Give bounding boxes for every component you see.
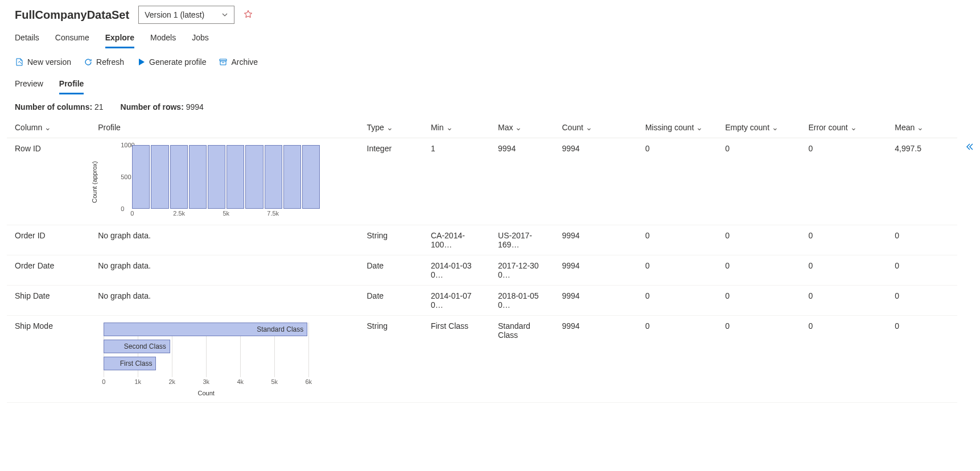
- tab-models[interactable]: Models: [150, 33, 176, 48]
- cell-type: Date: [359, 255, 423, 286]
- table-row: Row IDCount (approx)0500100002.5k5k7.5kI…: [7, 138, 957, 225]
- cell-count: 9994: [554, 225, 637, 255]
- chart-bar-row: Standard Class: [104, 323, 308, 336]
- cell-profile: Count (approx)0500100002.5k5k7.5k: [90, 138, 359, 225]
- th-max[interactable]: Max⌄: [490, 117, 554, 138]
- cell-max: 9994: [490, 138, 554, 225]
- table-row: Ship ModeStandard ClassSecond ClassFirst…: [7, 316, 957, 403]
- histogram-chart: Count (approx)0500100002.5k5k7.5k: [98, 145, 320, 219]
- th-error[interactable]: Error count⌄: [800, 117, 887, 138]
- th-mean[interactable]: Mean⌄: [887, 117, 957, 138]
- cell-profile: No graph data.: [90, 255, 359, 286]
- chart-xtick: 6k: [305, 378, 312, 385]
- cell-profile: No graph data.: [90, 225, 359, 255]
- chart-gridline: [308, 323, 309, 377]
- chevron-down-icon: ⌄: [696, 123, 703, 132]
- chart-ylabel: Count (approx): [91, 161, 98, 203]
- profile-table-wrap[interactable]: Column⌄ Profile Type⌄ Min⌄ Max⌄ Count⌄ M…: [7, 117, 957, 453]
- chart-ytick: 500: [121, 173, 131, 180]
- chart-bar: [132, 145, 150, 209]
- refresh-button[interactable]: Refresh: [84, 57, 124, 67]
- tab-consume[interactable]: Consume: [55, 33, 89, 48]
- chart-plot: Standard ClassSecond ClassFirst Class: [104, 323, 308, 377]
- cell-error: 0: [800, 316, 887, 403]
- cell-missing: 0: [637, 225, 718, 255]
- cell-min: First Class: [423, 316, 490, 403]
- chart-bar: [227, 145, 244, 209]
- chart-bar: First Class: [104, 357, 156, 370]
- th-min[interactable]: Min⌄: [423, 117, 490, 138]
- collapse-panel-button[interactable]: [965, 142, 974, 153]
- version-select[interactable]: Version 1 (latest): [138, 6, 234, 24]
- cell-min: 2014-01-03 0…: [423, 255, 490, 286]
- cell-profile: Standard ClassSecond ClassFirst Class01k…: [90, 316, 359, 403]
- chart-bar-row: First Class: [104, 357, 308, 370]
- table-row: Order IDNo graph data.StringCA-2014-100……: [7, 225, 957, 255]
- new-version-icon: [15, 57, 24, 67]
- table-row: Ship DateNo graph data.Date2014-01-07 0……: [7, 286, 957, 316]
- chevron-down-icon: [221, 11, 228, 18]
- toolbar: New version Refresh Generate profile Arc…: [0, 48, 980, 76]
- tab-jobs[interactable]: Jobs: [192, 33, 209, 48]
- cell-column-name: Row ID: [7, 138, 90, 225]
- chart-xtick: 5k: [223, 210, 229, 217]
- cell-profile: No graph data.: [90, 286, 359, 316]
- chevron-down-icon: ⌄: [386, 123, 393, 132]
- chevron-down-icon: ⌄: [446, 123, 453, 132]
- chevron-down-icon: ⌄: [772, 123, 779, 132]
- chart-bar: Second Class: [104, 340, 170, 353]
- tab-details[interactable]: Details: [15, 33, 39, 48]
- chart-xaxis: 01k2k3k4k5k6k: [104, 378, 308, 386]
- chart-plot: [132, 145, 320, 209]
- cell-empty: 0: [717, 138, 800, 225]
- cell-error: 0: [800, 255, 887, 286]
- chart-xtick: 0: [130, 210, 134, 217]
- version-select-label: Version 1 (latest): [145, 10, 204, 19]
- chart-xtick: 2k: [168, 378, 175, 385]
- star-icon[interactable]: [244, 10, 253, 20]
- chart-xtick: 2.5k: [173, 210, 185, 217]
- chart-bar: [245, 145, 263, 209]
- page-title: FullCompanyDataSet: [15, 9, 129, 22]
- num-rows: Number of rows: 9994: [121, 102, 204, 111]
- chart-xtick: 5k: [271, 378, 278, 385]
- tab-explore[interactable]: Explore: [105, 33, 134, 48]
- no-graph-label: No graph data.: [98, 291, 151, 300]
- cell-max: Standard Class: [490, 316, 554, 403]
- cell-column-name: Ship Mode: [7, 316, 90, 403]
- th-count[interactable]: Count⌄: [554, 117, 637, 138]
- th-type[interactable]: Type⌄: [359, 117, 423, 138]
- chart-bar: [302, 145, 320, 209]
- chevron-down-icon: ⌄: [917, 123, 924, 132]
- main-tabs: Details Consume Explore Models Jobs: [0, 27, 980, 48]
- subtab-preview[interactable]: Preview: [15, 79, 43, 94]
- chart-bar-label: Second Class: [124, 342, 166, 350]
- cell-max: 2018-01-05 0…: [490, 286, 554, 316]
- cell-count: 9994: [554, 316, 637, 403]
- num-columns: Number of columns: 21: [15, 102, 104, 111]
- chart-bar: [189, 145, 207, 209]
- th-empty[interactable]: Empty count⌄: [717, 117, 800, 138]
- cell-count: 9994: [554, 138, 637, 225]
- no-graph-label: No graph data.: [98, 231, 151, 240]
- stats-row: Number of columns: 21 Number of rows: 99…: [0, 94, 980, 117]
- table-row: Order DateNo graph data.Date2014-01-03 0…: [7, 255, 957, 286]
- chart-bar-row: Second Class: [104, 340, 308, 353]
- generate-profile-button[interactable]: Generate profile: [137, 57, 206, 67]
- chart-xtick: 4k: [237, 378, 244, 385]
- cell-error: 0: [800, 225, 887, 255]
- chart-bar: [265, 145, 282, 209]
- new-version-button[interactable]: New version: [15, 57, 71, 67]
- cell-missing: 0: [637, 316, 718, 403]
- th-column[interactable]: Column⌄: [7, 117, 90, 138]
- cell-mean: 0: [887, 316, 957, 403]
- archive-button[interactable]: Archive: [219, 57, 258, 67]
- chart-bar-label: First Class: [120, 360, 153, 367]
- th-missing[interactable]: Missing count⌄: [637, 117, 718, 138]
- subtab-profile[interactable]: Profile: [59, 79, 84, 94]
- cell-type: Integer: [359, 138, 423, 225]
- chevron-double-left-icon: [965, 142, 974, 151]
- chart-xtick: 7.5k: [267, 210, 279, 217]
- cell-empty: 0: [717, 255, 800, 286]
- archive-label: Archive: [231, 57, 258, 67]
